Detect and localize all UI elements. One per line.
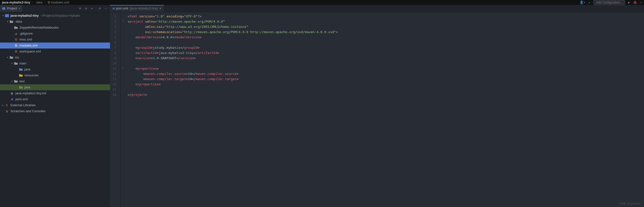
source-folder-icon <box>19 68 23 72</box>
tree-folder-test[interactable]: ▾ test <box>0 78 110 84</box>
breadcrumb-folder[interactable]: .idea <box>35 0 42 5</box>
tree-scratches[interactable]: ◎ Scratches and Consoles <box>0 108 110 114</box>
folder-icon <box>14 79 18 83</box>
run-config-button[interactable]: Add Configuration... <box>593 0 625 5</box>
tree-item-label: test <box>20 79 25 84</box>
chevron-down-icon: ▾ <box>1 14 5 18</box>
code-area[interactable]: <?xml version="1.0" encoding="UTF-8"?><p… <box>125 12 644 207</box>
tab-pom[interactable]: m pom.xml (java-mybatis2-tiny) × <box>110 5 164 12</box>
tree-root[interactable]: ▾ java-mybatis2-tiny ~/Projects/tmp/java… <box>0 13 110 19</box>
tree-item-label: misc.xml <box>20 37 32 42</box>
maven-file-icon: m <box>10 97 14 101</box>
chevron-down-icon: ▾ <box>6 55 10 60</box>
close-icon[interactable]: × <box>159 7 162 10</box>
fold-column[interactable]: ⊖ ⊖ <box>121 12 125 207</box>
resource-folder-icon <box>19 74 23 78</box>
chevron-down-icon: ▾ <box>10 61 14 66</box>
run-icon[interactable]: ▶ <box>628 0 630 5</box>
locate-icon[interactable]: ⊕ <box>78 6 82 11</box>
tree-item-label: Scratches and Consoles <box>10 109 46 114</box>
user-icon[interactable]: 👤▾ <box>580 0 586 5</box>
watermark: CSDN @hunkxia <box>619 202 640 206</box>
breadcrumb-root[interactable]: java-mybatis2-tiny <box>2 0 30 5</box>
tree-file-modules[interactable]: ⧉ modules.xml <box>0 42 110 48</box>
tree-item-label: ZeppelinRemoteNotebooks <box>20 26 59 30</box>
tree-item-label: modules.xml <box>20 43 38 48</box>
tree-folder-idea[interactable]: ▾ .idea <box>0 19 110 25</box>
tree-folder-main[interactable]: ▾ main <box>0 60 110 66</box>
chevron-down-icon: ▾ <box>10 79 14 84</box>
chevron-right-icon: ▸ <box>1 103 5 108</box>
tree-file-misc[interactable]: ⧉ misc.xml <box>0 36 110 42</box>
tree-root-path: ~/Projects/tmp/java-mybatis <box>40 14 80 18</box>
tab-file-name: pom.xml <box>116 6 128 11</box>
tree-item-label: main <box>20 61 26 66</box>
tree-root-name: java-mybatis2-tiny <box>10 14 38 18</box>
tree-folder-test-java[interactable]: java <box>0 84 110 90</box>
tree-file-gitignore[interactable]: ◪ .gitignore <box>0 30 110 36</box>
tree-folder-src[interactable]: ▾ src <box>0 54 110 60</box>
tree-external-libraries[interactable]: ▸ ⫴ External Libraries <box>0 102 110 108</box>
folder-icon <box>10 20 14 24</box>
tree-item-label: .gitignore <box>20 31 32 36</box>
tree-file-iml[interactable]: ▣ java-mybatis2-tiny.iml <box>0 90 110 96</box>
tree-item-label: java-mybatis2-tiny.iml <box>16 91 46 96</box>
breadcrumb-file[interactable]: modules.xml <box>51 0 69 5</box>
tree-item-label: pom.xml <box>16 97 28 102</box>
folder-icon <box>10 56 14 60</box>
hide-icon[interactable]: — <box>104 6 108 11</box>
tree-file-pom[interactable]: m pom.xml <box>0 96 110 102</box>
debug-icon[interactable]: 🐞 <box>633 0 637 5</box>
folder-icon <box>14 62 18 66</box>
tree-item-label: External Libraries <box>10 103 36 108</box>
chevron-down-icon: ▾ <box>18 6 20 11</box>
tree-item-label: src <box>15 55 19 60</box>
maven-file-icon: m <box>112 6 114 11</box>
tree-item-label: .idea <box>15 20 22 24</box>
xml-file-icon: ⧉ <box>14 44 18 48</box>
tree-item-label: workspace.xml <box>20 49 41 54</box>
svg-rect-0 <box>2 8 5 10</box>
divider <box>96 6 96 10</box>
sync-icon[interactable]: ↙ <box>588 0 590 5</box>
tree-folder-zeppelin[interactable]: ZeppelinRemoteNotebooks <box>0 25 110 30</box>
project-view-selector[interactable]: Project ▾ <box>0 5 23 12</box>
xml-file-icon: ⧉ <box>14 50 18 54</box>
expand-icon[interactable]: ≡ <box>84 6 88 11</box>
gear-icon[interactable]: ⚙ <box>98 6 102 11</box>
tree-item-label: resources <box>24 73 38 78</box>
scratches-icon: ◎ <box>5 109 9 113</box>
tree-folder-resources[interactable]: resources <box>0 72 110 78</box>
module-icon <box>5 14 9 18</box>
tab-qualifier: (java-mybatis2-tiny) <box>130 6 158 11</box>
test-folder-icon <box>19 85 23 89</box>
project-label: Project <box>7 6 17 11</box>
folder-icon <box>14 26 18 30</box>
tree-item-label: java <box>24 67 30 72</box>
iml-file-icon: ▣ <box>10 91 14 95</box>
tree-item-label: java <box>24 85 30 90</box>
gutter: 12 34 56 78 910 1112 1314 1516 <box>110 12 121 207</box>
chevron-down-icon: ▾ <box>6 20 10 24</box>
xml-file-icon: ⧉ <box>14 38 18 42</box>
tree-file-workspace[interactable]: ⧉ workspace.xml <box>0 48 110 54</box>
collapse-icon[interactable]: ⇌ <box>90 6 94 11</box>
project-icon <box>2 7 6 10</box>
gitignore-icon: ◪ <box>14 32 18 36</box>
libraries-icon: ⫴ <box>5 103 9 107</box>
more-icon[interactable]: ⋯ <box>640 0 642 5</box>
tree-folder-main-java[interactable]: java <box>0 66 110 72</box>
svg-rect-1 <box>5 14 9 17</box>
